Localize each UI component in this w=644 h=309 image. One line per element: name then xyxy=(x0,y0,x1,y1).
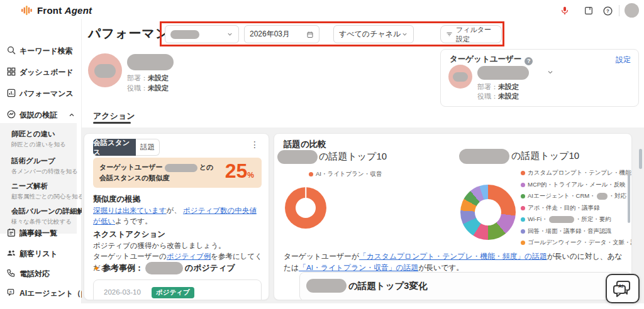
header-divider xyxy=(619,5,619,16)
calendar-icon xyxy=(306,31,314,38)
similarity-highlight: ターゲットユーザー との 会話スタンスの類似度 25% xyxy=(93,158,262,188)
legend-dot-icon xyxy=(521,183,525,187)
sidebar-subitem-needs-analysis[interactable]: ニーズ解析 顧客属性ごとの関心を知る xyxy=(11,182,74,201)
chevron-down-icon[interactable] xyxy=(547,68,554,76)
app-window: Front Agent ? キーワード検索 xyxy=(0,0,644,309)
topics-card-title: 話題の比較 xyxy=(284,139,326,150)
top3-change-box: の話題トップ3変化 xyxy=(299,272,631,300)
phone-icon xyxy=(6,268,16,278)
redacted-profile-name xyxy=(127,54,174,70)
chevron-down-icon xyxy=(226,31,233,38)
bookmark-icon[interactable] xyxy=(583,5,594,16)
legend-item: AIエージェント・CRM・・対応 xyxy=(521,192,626,200)
sidebar-item-label: 議事録一覧 xyxy=(19,228,57,239)
redacted-target-name xyxy=(477,66,529,80)
target-settings-link[interactable]: 設定 xyxy=(616,55,631,65)
sidebar-item-minutes[interactable]: 議事録一覧 xyxy=(0,226,82,241)
redacted-target-name xyxy=(459,149,509,164)
legend-scrollbar[interactable] xyxy=(628,170,630,223)
legend-item: 回答・場面・議事録・音声認識 xyxy=(521,227,626,236)
next-action-heading: ネクストアクション xyxy=(93,229,165,240)
basis-text: 深掘りは出来ていますが、 ポジティブ数の中央値が低いようです。 xyxy=(93,205,263,227)
your-topics-title: の話題トップ10 xyxy=(277,150,387,164)
brand-name: Front Agent xyxy=(37,5,92,16)
channel-select[interactable]: すべてのチャネル xyxy=(333,25,414,43)
help-icon[interactable]: ? xyxy=(525,57,533,65)
basis-link-1[interactable]: 深掘りは出来ています xyxy=(93,207,167,214)
positive-entry-card[interactable]: 2026-03-10 ポジティブ xyxy=(93,279,262,300)
topics-card: 話題の比較 の話題トップ10 AI・ライトプラン・収音 の話題トップ10 カスタ… xyxy=(274,133,632,300)
legend-item: AI・ライトプラン・収音 xyxy=(309,170,382,178)
user-avatar[interactable] xyxy=(625,3,639,18)
legend-item: アポ・伴走・目的・議事録 xyxy=(521,204,626,212)
redacted-target-name xyxy=(165,164,197,172)
sidebar-item-performance[interactable]: パフォーマンス xyxy=(0,87,82,102)
your-topics-legend: AI・ライトプラン・収音 xyxy=(309,170,435,182)
help-icon[interactable]: ? xyxy=(602,5,613,16)
minutes-icon xyxy=(6,227,16,237)
tab-topic[interactable]: 話題 xyxy=(136,139,160,156)
target-department: 部署：未設定 xyxy=(477,82,519,92)
legend-item: Wi-Fi・・所定・要約 xyxy=(521,215,626,224)
legend-dot-icon xyxy=(521,171,525,175)
page-scrollbar[interactable] xyxy=(639,149,642,169)
sidebar-item-phone[interactable]: 電話対応 xyxy=(0,267,82,282)
sidebar-subitem-talk-group[interactable]: 話術グループ 各メンバーの特徴を知る xyxy=(11,156,74,176)
filter-settings-button[interactable]: フィルター設定 xyxy=(440,25,502,43)
tab-action[interactable]: アクション xyxy=(93,111,135,122)
bottom-strip xyxy=(0,303,644,309)
sidebar-item-label: 顧客リスト xyxy=(19,249,58,259)
brand-logo[interactable]: Front Agent xyxy=(21,4,92,16)
ai-agent-icon: AI xyxy=(6,288,16,298)
similarity-line1: ターゲットユーザー との xyxy=(99,163,213,172)
target-avatar xyxy=(448,65,472,89)
positive-example-link[interactable]: ポジティブ例 xyxy=(167,252,211,260)
target-topics-donut xyxy=(460,185,516,240)
legend-dot-icon xyxy=(521,241,525,245)
sidebar-item-customers[interactable]: 顧客リスト xyxy=(0,247,82,262)
similarity-value: 25% xyxy=(225,160,254,182)
tab-action-underline xyxy=(93,122,131,124)
mic-icon[interactable] xyxy=(559,5,570,16)
legend-item: MCP的・トライアル・メール・反映 xyxy=(521,181,626,189)
sidebar-subitem-master-diff[interactable]: 師匠との違い 師匠との違いを知る xyxy=(11,129,74,149)
chevron-up-icon xyxy=(68,111,75,119)
profile-role: 役職：未設定 xyxy=(127,84,169,93)
performance-icon xyxy=(6,88,16,98)
basis-heading: 類似度の根拠 xyxy=(93,194,140,205)
search-icon xyxy=(6,45,16,55)
customers-icon xyxy=(6,248,16,258)
sidebar-item-keyword-search[interactable]: キーワード検索 xyxy=(0,44,82,59)
hypothesis-icon xyxy=(6,109,16,119)
target-user-title: ターゲットユーザー? xyxy=(450,54,533,65)
tab-conversation-stance[interactable]: 会話スタンス xyxy=(93,139,136,156)
channel-value: すべてのチャネル xyxy=(339,29,401,40)
sidebar-item-ai-agent[interactable]: AI AIエージェント（β） xyxy=(0,286,82,301)
target-user-card: ターゲットユーザー? 設定 部署：未設定 役職：未設定 xyxy=(440,49,639,107)
legend-dot-icon xyxy=(521,194,525,198)
period-value: 2026年03月 xyxy=(250,29,290,40)
sidebar-item-label: 電話対応 xyxy=(19,269,50,279)
sparkle-icon: ✦ xyxy=(93,264,100,273)
profile-avatar xyxy=(88,53,122,87)
kebab-menu-icon[interactable]: ⋮ xyxy=(250,140,259,149)
dashboard-icon xyxy=(6,67,16,77)
entry-date: 2026-03-10 xyxy=(104,288,141,296)
summary-link-1[interactable]: 「カスタムプロンプト・テンプレ・機能・頻度」の話題 xyxy=(359,252,547,261)
sidebar-item-dashboard[interactable]: ダッシュボード xyxy=(0,65,82,80)
summary-link-2[interactable]: 「AI・ライトプラン・収音」の話題 xyxy=(299,263,418,272)
sidebar-item-hypothesis[interactable]: 仮説の検証 xyxy=(0,108,82,123)
redacted-text xyxy=(597,193,608,200)
brand-logo-icon xyxy=(21,4,33,16)
legend-dot-icon xyxy=(521,206,525,210)
ai-chat-widget-button[interactable]: AI xyxy=(606,274,640,303)
period-select[interactable]: 2026年03月 xyxy=(244,25,319,43)
your-topics-donut xyxy=(285,187,326,229)
target-topics-legend: カスタムプロンプト・テンプレ・機能・頻度MCP的・トライアル・メール・反映AIエ… xyxy=(521,169,626,251)
legend-item: カスタムプロンプト・テンプレ・機能・頻度 xyxy=(521,169,626,177)
sidebar-item-label: パフォーマンス xyxy=(19,89,74,99)
profile-department: 部署：未設定 xyxy=(127,73,169,83)
member-select[interactable] xyxy=(165,25,239,43)
sidebar-subitem-balloon-analysis[interactable]: 会話バルーンの詳細解析 様々な条件で比較する xyxy=(11,207,74,226)
sidebar-item-label: キーワード検索 xyxy=(19,46,73,57)
